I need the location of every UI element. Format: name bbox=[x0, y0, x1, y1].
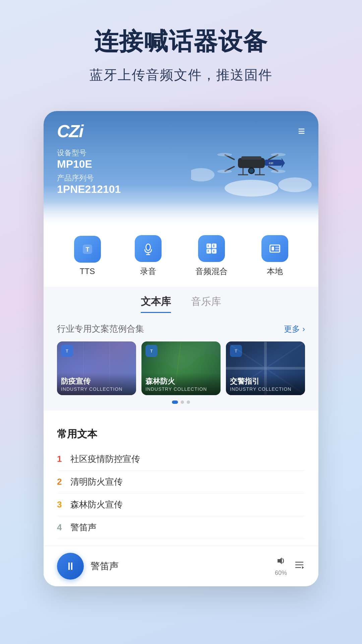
card-label-1: 防疫宣传 bbox=[61, 376, 132, 386]
hamburger-icon[interactable]: ≡ bbox=[298, 125, 305, 137]
volume-percent: 60% bbox=[275, 570, 287, 577]
tts-label: TTS bbox=[80, 267, 95, 276]
svg-marker-58 bbox=[302, 566, 304, 569]
mix-icon bbox=[198, 235, 225, 262]
playlist-icon[interactable] bbox=[294, 559, 305, 573]
svg-rect-39 bbox=[275, 247, 280, 248]
svg-rect-40 bbox=[275, 249, 280, 251]
hero-section: 连接喊话器设备 蓝牙上传音频文件，推送固件 bbox=[0, 0, 362, 98]
serial-number: 1PNE212101 bbox=[57, 183, 305, 196]
text-content-1: 社区疫情防控宣传 bbox=[70, 453, 140, 465]
volume-section[interactable]: 60% bbox=[275, 556, 287, 577]
cards-row: T 防疫宣传 INDUSTRY COLLECTION T bbox=[57, 341, 305, 395]
card-sublabel-2: INDUSTRY COLLECTION bbox=[145, 386, 217, 392]
section-title: 行业专用文案范例合集 bbox=[57, 323, 144, 335]
text-num-1: 1 bbox=[57, 454, 65, 464]
svg-rect-38 bbox=[272, 247, 274, 251]
device-model: MP10E bbox=[57, 158, 305, 170]
card-label-2: 森林防火 bbox=[145, 376, 217, 386]
record-icon bbox=[135, 235, 162, 262]
text-num-4: 4 bbox=[57, 522, 65, 533]
svg-point-25 bbox=[146, 245, 150, 250]
section-header: 行业专用文案范例合集 更多 › bbox=[57, 323, 305, 335]
player-controls: 60% bbox=[275, 556, 305, 577]
card-forest[interactable]: T 森林防火 INDUSTRY COLLECTION bbox=[141, 341, 221, 395]
device-label: 设备型号 bbox=[57, 148, 305, 158]
action-mix[interactable]: 音频混合 bbox=[195, 235, 228, 277]
svg-rect-30 bbox=[206, 249, 211, 254]
dot-3 bbox=[187, 400, 190, 404]
tab-music-lib[interactable]: 音乐库 bbox=[191, 295, 221, 313]
mix-label: 音频混合 bbox=[195, 266, 228, 277]
sub-title: 蓝牙上传音频文件，推送固件 bbox=[20, 66, 342, 84]
text-num-3: 3 bbox=[57, 499, 65, 510]
dot-2 bbox=[181, 400, 184, 404]
svg-marker-54 bbox=[278, 557, 282, 564]
text-content-2: 清明防火宣传 bbox=[70, 476, 123, 488]
library-section: 行业专用文案范例合集 更多 › T 防疫宣传 INDUS bbox=[44, 313, 318, 411]
common-texts: 常用文本 1 社区疫情防控宣传 2 清明防火宣传 3 森林防火宣传 4 警笛声 bbox=[44, 417, 318, 546]
card-overlay-2: 森林防火 INDUSTRY COLLECTION bbox=[141, 373, 221, 395]
svg-rect-28 bbox=[206, 244, 211, 248]
text-item-1[interactable]: 1 社区疫情防控宣传 bbox=[57, 448, 305, 471]
local-label: 本地 bbox=[267, 266, 283, 277]
tts-icon: T bbox=[74, 236, 101, 263]
card-epidemic[interactable]: T 防疫宣传 INDUSTRY COLLECTION bbox=[57, 341, 136, 395]
action-record[interactable]: 录音 bbox=[135, 235, 162, 277]
record-label: 录音 bbox=[140, 266, 156, 277]
local-icon bbox=[261, 235, 288, 262]
player-title: 警笛声 bbox=[84, 560, 275, 573]
dot-1 bbox=[172, 400, 178, 404]
svg-text:T: T bbox=[85, 246, 89, 253]
main-title: 连接喊话器设备 bbox=[20, 27, 342, 56]
card-label-3: 交警指引 bbox=[230, 376, 301, 386]
text-item-4[interactable]: 4 警笛声 bbox=[57, 516, 305, 539]
action-tts[interactable]: T TTS bbox=[74, 236, 101, 276]
text-content-4: 警笛声 bbox=[70, 522, 97, 533]
card-overlay-1: 防疫宣传 INDUSTRY COLLECTION bbox=[57, 373, 136, 395]
card-sublabel-1: INDUSTRY COLLECTION bbox=[61, 386, 132, 392]
more-button[interactable]: 更多 › bbox=[284, 324, 305, 334]
serial-label: 产品序列号 bbox=[57, 173, 305, 183]
phone-header: CZi ≡ 设备型号 MP10E 产品序列号 1PNE212101 bbox=[44, 111, 318, 225]
text-content-3: 森林防火宣传 bbox=[70, 499, 123, 511]
card-sublabel-3: INDUSTRY COLLECTION bbox=[230, 386, 301, 392]
card-traffic[interactable]: T 交警指引 INDUSTRY COLLECTION bbox=[226, 341, 305, 395]
text-item-3[interactable]: 3 森林防火宣传 bbox=[57, 493, 305, 516]
tab-text-lib[interactable]: 文本库 bbox=[141, 295, 171, 313]
text-num-2: 2 bbox=[57, 477, 65, 487]
tabs: 文本库 音乐库 bbox=[44, 287, 318, 313]
volume-icon bbox=[276, 556, 286, 568]
quick-actions: T TTS 录音 bbox=[44, 225, 318, 287]
dots-indicator bbox=[57, 400, 305, 404]
card-overlay-3: 交警指引 INDUSTRY COLLECTION bbox=[226, 373, 305, 395]
play-pause-icon: ⏸ bbox=[65, 560, 76, 573]
phone-mockup: CZi ≡ 设备型号 MP10E 产品序列号 1PNE212101 bbox=[44, 111, 318, 586]
device-info: 设备型号 MP10E 产品序列号 1PNE212101 bbox=[57, 148, 305, 196]
bottom-player: ⏸ 警笛声 60% bbox=[44, 546, 318, 586]
common-texts-title: 常用文本 bbox=[57, 427, 305, 441]
czi-logo: CZi bbox=[57, 121, 83, 141]
action-local[interactable]: 本地 bbox=[261, 235, 288, 277]
text-item-2[interactable]: 2 清明防火宣传 bbox=[57, 471, 305, 493]
play-pause-button[interactable]: ⏸ bbox=[57, 553, 84, 580]
